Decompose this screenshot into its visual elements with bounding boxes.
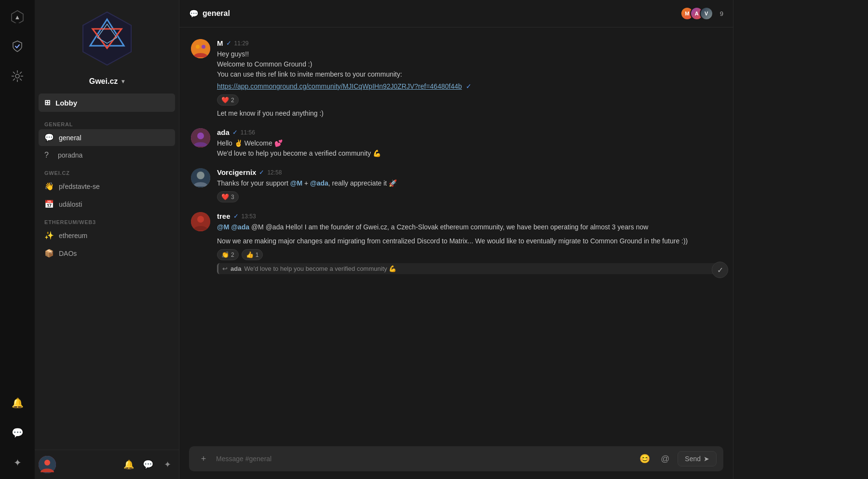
section-header-general: GENERAL: [39, 116, 175, 129]
chat-icon: 💬: [44, 133, 54, 142]
message-header-tree: tree ✓ 13:53: [217, 212, 721, 220]
verified-badge: ✓: [259, 169, 264, 176]
send-icon: ➤: [704, 455, 709, 463]
sidebar-item-udalosti[interactable]: 📅 události: [39, 196, 175, 213]
shield-server-icon[interactable]: [7, 36, 28, 57]
verified-badge-tree: ✓: [233, 213, 239, 220]
svg-point-23: [197, 172, 204, 179]
svg-text:▲: ▲: [14, 13, 21, 21]
message-text-ada: Hello ✌️ Welcome 💕 We'd love to help you…: [217, 138, 721, 159]
sidebar-item-daos[interactable]: 📦 DAOs: [39, 245, 175, 262]
icon-bar: ▲ 🔔 💬 ✦: [0, 0, 35, 479]
reaction-clap-tree[interactable]: 👏 2: [217, 249, 239, 260]
reaction-heart-vorc[interactable]: ❤️ 3: [217, 191, 239, 202]
channel-icon: 💬: [189, 9, 199, 18]
sidebar-item-ethereum[interactable]: ✨ ethereum: [39, 227, 175, 244]
add-attachment-button[interactable]: +: [196, 451, 211, 466]
message-avatar-vorc: [191, 168, 210, 187]
message-input-area: + 😊 @ Send ➤: [179, 440, 733, 479]
message-avatar-ada: [191, 128, 210, 147]
message-time-tree: 13:53: [242, 213, 256, 220]
reaction-bar-m: ❤️ 2: [217, 94, 721, 106]
message-content-vorc: Vorcigernix ✓ 12:58 Thanks for your supp…: [217, 168, 721, 202]
member-avatars: M A V: [680, 7, 713, 20]
reaction-thumbs-tree[interactable]: 👍 1: [242, 249, 263, 260]
svg-point-2: [15, 74, 19, 78]
sparkle-icon: ✨: [44, 231, 54, 240]
message-item: ada ✓ 11:56 Hello ✌️ Welcome 💕 We'd love…: [189, 124, 723, 162]
message-text-tree-2: Now we are making major changes and migr…: [217, 236, 721, 246]
sidebar-item-lobby[interactable]: ⊞ Lobby: [39, 93, 175, 112]
svg-point-21: [197, 133, 204, 139]
message-input-wrapper: + 😊 @ Send ➤: [189, 446, 723, 471]
lobby-icon: ⊞: [44, 98, 51, 107]
star-sidebar-icon[interactable]: ✦: [160, 457, 175, 472]
svg-line-8: [20, 79, 22, 80]
channel-title: 💬 general: [189, 9, 230, 18]
messages-area: M ✓ 11:29 Hey guys!! Welcome to Common G…: [179, 27, 733, 440]
member-avatar-3: V: [700, 7, 713, 20]
message-time-m: 11:29: [234, 40, 249, 47]
calendar-icon: 📅: [44, 200, 54, 209]
send-button[interactable]: Send ➤: [678, 451, 717, 466]
message-author-vorc: Vorcigernix: [217, 168, 256, 176]
message-item: tree ✓ 13:53 @M @ada @M @ada Hello! I am…: [189, 208, 723, 278]
emoji-button[interactable]: 😊: [637, 451, 652, 466]
message-author-ada: ada: [217, 128, 230, 136]
main-content: 💬 general M A V 9: [179, 0, 733, 479]
verified-badge: ✓: [232, 129, 238, 136]
sidebar-channels: ⊞ Lobby GENERAL 💬 general ? poradna GWEI…: [35, 93, 179, 450]
message-text-m: Hey guys!! Welcome to Common Ground :) Y…: [217, 49, 721, 92]
invite-link[interactable]: https://app.commonground.cg/community/MJ…: [217, 82, 462, 90]
server-logo: [35, 0, 179, 72]
message-item: M ✓ 11:29 Hey guys!! Welcome to Common G…: [189, 35, 723, 122]
verified-badge: ✓: [226, 40, 231, 47]
svg-point-25: [197, 216, 204, 223]
sidebar-item-poradna[interactable]: ? poradna: [39, 147, 175, 163]
message-item: Vorcigernix ✓ 12:58 Thanks for your supp…: [189, 164, 723, 206]
sidebar-item-general[interactable]: 💬 general: [39, 129, 175, 146]
bell-sidebar-icon[interactable]: 🔔: [121, 457, 136, 472]
message-content-ada: ada ✓ 11:56 Hello ✌️ Welcome 💕 We'd love…: [217, 128, 721, 159]
message-author-tree: tree: [217, 212, 231, 220]
svg-line-7: [13, 72, 15, 74]
sidebar: Gwei.cz ▾ ⊞ Lobby GENERAL 💬 general ? po…: [35, 0, 179, 479]
svg-point-19: [202, 45, 205, 49]
box-icon: 📦: [44, 249, 54, 258]
chat-sidebar-icon[interactable]: 💬: [140, 457, 156, 472]
message-trailing-m: Let me know if you need anything :): [217, 108, 721, 119]
message-header-vorc: Vorcigernix ✓ 12:58: [217, 168, 721, 176]
message-text-vorc: Thanks for your support @M + @ada, reall…: [217, 178, 721, 188]
message-time-ada: 11:56: [241, 129, 255, 136]
message-content-m: M ✓ 11:29 Hey guys!! Welcome to Common G…: [217, 39, 721, 119]
mention-button[interactable]: @: [657, 451, 673, 466]
app-logo[interactable]: ▲: [7, 6, 28, 27]
message-input[interactable]: [216, 455, 632, 463]
message-text-tree-1: @M @ada @M @ada Hello! I am the founder …: [217, 222, 721, 232]
reply-preview-tree: ↩ ada We'd love to help you become a ver…: [217, 263, 721, 274]
svg-point-16: [44, 460, 50, 466]
user-avatar[interactable]: [39, 456, 56, 473]
question-icon: ?: [44, 151, 53, 160]
message-content-tree: tree ✓ 13:53 @M @ada @M @ada Hello! I am…: [217, 212, 721, 274]
reaction-heart-m[interactable]: ❤️ 2: [217, 94, 239, 106]
scroll-to-bottom-btn[interactable]: ✓: [712, 262, 728, 278]
message-time-vorc: 12:58: [267, 169, 282, 176]
message-author-m: M: [217, 39, 223, 47]
message-avatar-m: [191, 39, 210, 58]
star-icon[interactable]: ✦: [7, 452, 28, 473]
message-header-m: M ✓ 11:29: [217, 39, 721, 47]
chat-bubble-icon[interactable]: 💬: [7, 422, 28, 443]
svg-point-18: [196, 45, 200, 49]
chat-header: 💬 general M A V 9: [179, 0, 733, 27]
message-avatar-tree: [191, 212, 210, 231]
server-name[interactable]: Gwei.cz ▾: [35, 72, 179, 93]
message-header-ada: ada ✓ 11:56: [217, 128, 721, 136]
right-panel: [733, 0, 868, 479]
sunburst-icon[interactable]: [7, 66, 28, 87]
chevron-down-icon: ▾: [122, 78, 124, 85]
bell-icon[interactable]: 🔔: [7, 392, 28, 413]
sidebar-item-predstavte-se[interactable]: 👋 představte-se: [39, 178, 175, 195]
header-right: M A V 9: [680, 7, 723, 20]
svg-line-9: [20, 72, 22, 74]
